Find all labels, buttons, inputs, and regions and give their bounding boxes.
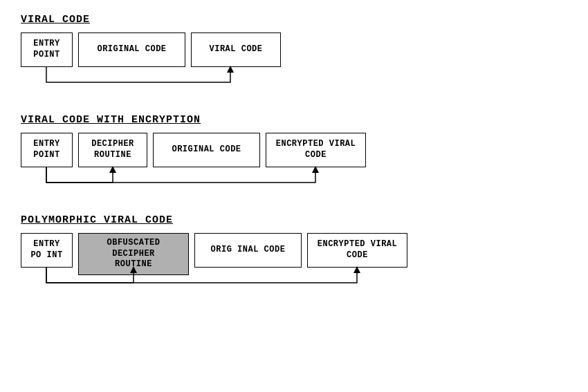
section3-diagram: ENTRYPO INT OBFUSCATED DECIPHERROUTINE O… <box>21 233 567 295</box>
s3-box-original: ORIG INAL CODE <box>194 233 302 268</box>
s1-box-original: ORIGINAL CODE <box>78 32 185 67</box>
s1-box-entry: ENTRYPOINT <box>21 32 73 67</box>
s2-box-decipher: DECIPHERROUTINE <box>78 133 147 167</box>
section1-diagram: ENTRYPOINT ORIGINAL CODE VIRAL CODE <box>21 32 567 95</box>
s1-box-viral: VIRAL CODE <box>191 32 281 67</box>
section-viral-code-encryption: VIRAL CODE WITH ENCRYPTION ENTRYPOINT DE… <box>21 114 567 195</box>
section-polymorphic: POLYMORPHIC VIRAL CODE ENTRYPO INT OBFUS… <box>21 214 567 295</box>
section-viral-code: VIRAL CODE ENTRYPOINT ORIGINAL CODE VIRA… <box>21 14 567 95</box>
section3-title: POLYMORPHIC VIRAL CODE <box>21 214 567 226</box>
s2-box-entry: ENTRYPOINT <box>21 133 73 167</box>
section2-diagram: ENTRYPOINT DECIPHERROUTINE ORIGINAL CODE… <box>21 133 567 195</box>
s2-box-encrypted: ENCRYPTED VIRALCODE <box>266 133 366 167</box>
s3-box-encrypted: ENCRYPTED VIRALCODE <box>307 233 407 268</box>
s3-box-obfuscated: OBFUSCATED DECIPHERROUTINE <box>78 233 189 275</box>
section1-title: VIRAL CODE <box>21 14 567 26</box>
s3-box-entry: ENTRYPO INT <box>21 233 73 268</box>
section2-title: VIRAL CODE WITH ENCRYPTION <box>21 114 567 126</box>
s2-box-original: ORIGINAL CODE <box>153 133 260 167</box>
